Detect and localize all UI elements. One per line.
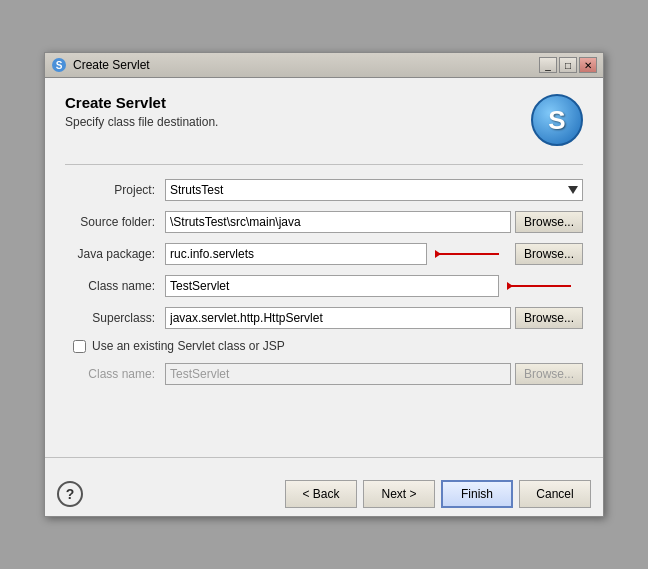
- finish-button[interactable]: Finish: [441, 480, 513, 508]
- struts-logo: S: [531, 94, 583, 146]
- class-name-input-group: [165, 275, 583, 297]
- title-controls: _ □ ✕: [539, 57, 597, 73]
- project-row: Project: StrutsTest: [65, 179, 583, 201]
- dialog-header: Create Servlet Specify class file destin…: [65, 94, 583, 146]
- existing-servlet-label: Use an existing Servlet class or JSP: [92, 339, 285, 353]
- nav-buttons: < Back Next > Finish Cancel: [285, 480, 591, 508]
- maximize-button[interactable]: □: [559, 57, 577, 73]
- java-package-arrow: [431, 245, 511, 263]
- java-package-browse-button[interactable]: Browse...: [515, 243, 583, 265]
- title-bar: S Create Servlet _ □ ✕: [45, 53, 603, 78]
- dialog-window: S Create Servlet _ □ ✕ Create Servlet Sp…: [44, 52, 604, 517]
- svg-marker-5: [507, 282, 513, 290]
- header-divider: [65, 164, 583, 165]
- source-folder-input-group: Browse...: [165, 211, 583, 233]
- java-package-input-group: Browse...: [165, 243, 583, 265]
- svg-marker-3: [435, 250, 441, 258]
- close-button[interactable]: ✕: [579, 57, 597, 73]
- dialog-content: Create Servlet Specify class file destin…: [45, 78, 603, 441]
- dialog-title: Create Servlet: [65, 94, 218, 111]
- back-button[interactable]: < Back: [285, 480, 357, 508]
- minimize-button[interactable]: _: [539, 57, 557, 73]
- help-button[interactable]: ?: [57, 481, 83, 507]
- header-text: Create Servlet Specify class file destin…: [65, 94, 218, 129]
- existing-class-label: Class name:: [65, 367, 165, 381]
- superclass-input-group: Browse...: [165, 307, 583, 329]
- existing-class-row: Class name: Browse...: [65, 363, 583, 385]
- class-name-input[interactable]: [165, 275, 499, 297]
- project-select[interactable]: StrutsTest: [165, 179, 583, 201]
- class-name-arrow-svg: [503, 277, 583, 295]
- next-button[interactable]: Next >: [363, 480, 435, 508]
- window-title: Create Servlet: [73, 58, 150, 72]
- superclass-browse-button[interactable]: Browse...: [515, 307, 583, 329]
- superclass-input[interactable]: [165, 307, 511, 329]
- java-package-label: Java package:: [65, 247, 165, 261]
- dialog-subtitle: Specify class file destination.: [65, 115, 218, 129]
- class-name-label: Class name:: [65, 279, 165, 293]
- existing-servlet-checkbox-row: Use an existing Servlet class or JSP: [65, 339, 583, 353]
- source-folder-label: Source folder:: [65, 215, 165, 229]
- source-folder-browse-button[interactable]: Browse...: [515, 211, 583, 233]
- class-name-with-arrow: [165, 275, 583, 297]
- project-input-group: StrutsTest: [165, 179, 583, 201]
- button-row: ? < Back Next > Finish Cancel: [45, 470, 603, 516]
- superclass-row: Superclass: Browse...: [65, 307, 583, 329]
- project-label: Project:: [65, 183, 165, 197]
- java-package-row: Java package: Browse...: [65, 243, 583, 265]
- source-folder-input[interactable]: [165, 211, 511, 233]
- red-arrow-svg: [431, 245, 511, 263]
- existing-class-input-group: Browse...: [165, 363, 583, 385]
- bottom-section: ? < Back Next > Finish Cancel: [45, 457, 603, 516]
- existing-class-input: [165, 363, 511, 385]
- window-icon: S: [51, 57, 67, 73]
- source-folder-row: Source folder: Browse...: [65, 211, 583, 233]
- existing-class-browse-button: Browse...: [515, 363, 583, 385]
- superclass-label: Superclass:: [65, 311, 165, 325]
- class-name-arrow: [503, 277, 583, 295]
- java-package-with-arrow: [165, 243, 511, 265]
- cancel-button[interactable]: Cancel: [519, 480, 591, 508]
- java-package-input[interactable]: [165, 243, 427, 265]
- existing-servlet-checkbox[interactable]: [73, 340, 86, 353]
- svg-text:S: S: [56, 60, 63, 71]
- spacer: [65, 395, 583, 425]
- title-bar-left: S Create Servlet: [51, 57, 150, 73]
- class-name-row: Class name:: [65, 275, 583, 297]
